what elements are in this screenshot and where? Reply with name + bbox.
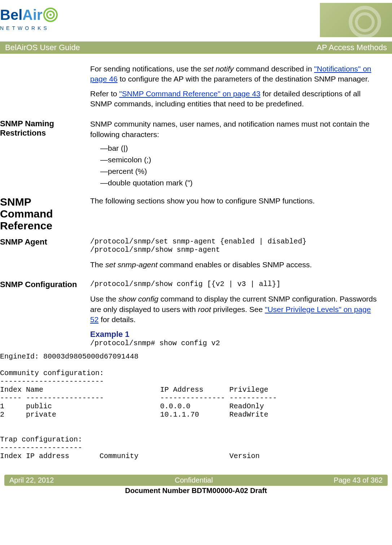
footer-date: April 22, 2012	[9, 476, 54, 484]
config-cmd: /protocol/snmp/show config [{v2 | v3 | a…	[90, 280, 381, 288]
snmp-cmd-ref-link[interactable]: "SNMP Command Reference" on page 43	[119, 89, 261, 98]
list-item: —double quotation mark (")	[100, 179, 381, 187]
snmp-agent-heading: SNMP Agent	[0, 237, 90, 274]
agent-cmd-2: /protocol/snmp/show snmp-agent	[90, 246, 381, 254]
belair-logo-icon: Bel Air NETWORKS	[0, 5, 67, 34]
agent-cmd-1: /protocol/snmp/set snmp-agent {enabled |…	[90, 237, 381, 246]
intro-paragraph-2: Refer to "SNMP Command Reference" on pag…	[90, 89, 381, 109]
example-1-heading: Example 1	[90, 330, 381, 339]
list-item: —bar (|)	[100, 144, 381, 153]
guide-title: BelAirOS User Guide	[5, 43, 80, 52]
snmp-command-reference-heading: SNMP Command Reference	[0, 196, 90, 232]
footer-confidential: Confidential	[175, 476, 213, 484]
footer-page: Page 43 of 362	[334, 476, 383, 484]
decorative-swirl-icon	[320, 3, 392, 37]
example-1-cmd: /protocol/snmp# show config v2	[90, 339, 381, 347]
snmp-configuration-heading: SNMP Configuration	[0, 280, 90, 347]
intro-paragraph-1: For sending notifications, use the set n…	[90, 64, 381, 84]
document-number: Document Number BDTM00000-A02 Draft	[0, 487, 392, 495]
list-item: —semicolon (;)	[100, 155, 381, 164]
example-output: EngineId: 80003d9805000d67091448 Communi…	[0, 352, 381, 460]
footer-bar: April 22, 2012 Confidential Page 43 of 3…	[4, 475, 388, 486]
agent-desc: The set snmp-agent command enables or di…	[90, 260, 381, 270]
section-title: AP Access Methods	[317, 43, 387, 52]
snmp-naming-heading: SNMP Naming Restrictions	[0, 119, 90, 190]
naming-intro: SNMP community names, user names, and no…	[90, 119, 381, 140]
svg-text:Bel: Bel	[0, 7, 22, 23]
list-item: —percent (%)	[100, 167, 381, 176]
cmdref-text: The following sections show you how to c…	[90, 196, 381, 206]
svg-point-4	[49, 14, 52, 16]
svg-text:Air: Air	[22, 7, 43, 23]
logo: Bel Air NETWORKS	[0, 5, 67, 35]
title-bar: BelAirOS User Guide AP Access Methods	[0, 41, 392, 54]
naming-restriction-list: —bar (|) —semicolon (;) —percent (%) —do…	[100, 144, 381, 187]
config-desc: Use the show config command to display t…	[90, 294, 381, 325]
svg-text:NETWORKS: NETWORKS	[0, 25, 49, 31]
